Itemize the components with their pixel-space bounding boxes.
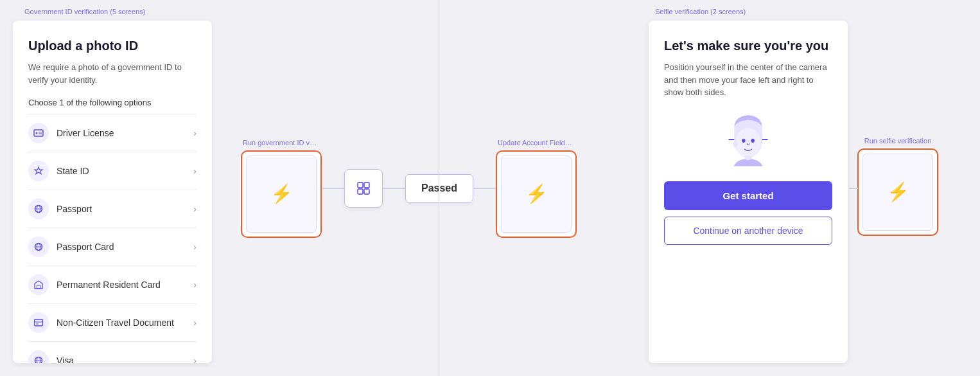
selfie-node-label: Run selfie verification	[864, 136, 932, 144]
doc-icon-visa	[28, 350, 49, 363]
doc-name-non-citizen: Non-Citizen Travel Document	[57, 318, 193, 328]
doc-item-non-citizen[interactable]: Non-Citizen Travel Document ›	[28, 304, 197, 342]
update-account-node-wrapper: Update Account Fields fr... ⚡	[496, 139, 577, 238]
get-started-button[interactable]: Get started	[664, 181, 832, 210]
svg-point-23	[742, 138, 745, 142]
svg-rect-11	[35, 319, 43, 326]
connector-3	[473, 188, 496, 189]
doc-icon-perm-resident	[28, 274, 49, 295]
doc-icon-state-id	[28, 161, 49, 181]
chevron-perm-resident: ›	[193, 280, 197, 290]
svg-point-14	[35, 357, 42, 364]
connector-1	[322, 188, 344, 189]
chevron-passport: ›	[193, 204, 197, 214]
doc-name-visa: Visa	[57, 355, 193, 363]
vertical-divider	[439, 0, 439, 376]
doc-item-perm-resident[interactable]: Permanent Resident Card ›	[28, 266, 197, 304]
integration-node[interactable]	[344, 169, 383, 208]
continue-another-device-button[interactable]: Continue on another device	[664, 217, 832, 245]
chevron-visa: ›	[193, 355, 197, 363]
gov-section-label: Government ID verification (5 screens)	[24, 8, 145, 15]
selfie-panel: Let's make sure you're you Position your…	[649, 21, 848, 363]
doc-item-passport-card[interactable]: Passport Card ›	[28, 228, 197, 266]
chevron-driver-license: ›	[193, 128, 197, 138]
doc-list: Driver License › State ID › Passport ›	[28, 114, 197, 363]
svg-rect-0	[34, 130, 43, 136]
svg-rect-18	[364, 183, 369, 188]
selfie-connector	[849, 188, 858, 189]
svg-point-15	[37, 357, 40, 364]
doc-item-driver-license[interactable]: Driver License ›	[28, 114, 197, 152]
selfie-node-area: Run selfie verification ⚡	[857, 136, 938, 235]
doc-panel-title: Upload a photo ID	[28, 39, 197, 53]
doc-item-visa[interactable]: Visa ›	[28, 342, 197, 363]
update-account-node-inner: ⚡	[501, 156, 572, 233]
doc-name-driver-license: Driver License	[57, 128, 193, 138]
integration-icon	[356, 181, 371, 196]
doc-icon-non-citizen	[28, 312, 49, 333]
chevron-non-citizen: ›	[193, 318, 197, 328]
svg-point-22	[735, 128, 761, 158]
svg-rect-10	[37, 285, 40, 289]
passed-badge: Passed	[405, 174, 473, 202]
connector-2	[383, 188, 405, 189]
svg-point-24	[751, 138, 755, 142]
doc-name-state-id: State ID	[57, 166, 193, 176]
svg-rect-17	[358, 183, 363, 188]
doc-name-perm-resident: Permanent Resident Card	[57, 280, 193, 290]
doc-name-passport: Passport	[57, 204, 193, 214]
svg-point-1	[36, 132, 38, 134]
chevron-state-id: ›	[193, 166, 197, 176]
selfie-node[interactable]: ⚡	[857, 148, 938, 235]
doc-item-passport[interactable]: Passport ›	[28, 190, 197, 228]
doc-item-state-id[interactable]: State ID ›	[28, 152, 197, 190]
choose-label: Choose 1 of the following options	[28, 98, 197, 107]
svg-rect-20	[364, 189, 369, 194]
bolt-icon-selfie: ⚡	[887, 181, 909, 202]
update-account-node-label: Update Account Fields fr...	[498, 139, 575, 147]
chevron-passport-card: ›	[193, 242, 197, 252]
svg-point-25	[733, 140, 738, 147]
doc-icon-passport-card	[28, 237, 49, 257]
selfie-panel-title: Let's make sure you're you	[664, 39, 832, 53]
update-account-node[interactable]: ⚡	[496, 150, 577, 238]
doc-panel-description: We require a photo of a government ID to…	[28, 61, 197, 86]
svg-rect-19	[358, 189, 363, 194]
gov-id-node-label: Run government ID verifi...	[243, 139, 320, 147]
gov-id-node-inner: ⚡	[246, 156, 317, 233]
doc-icon-driver-license	[28, 123, 49, 143]
gov-id-node[interactable]: ⚡	[241, 150, 322, 238]
gov-id-node-wrapper: Run government ID verifi... ⚡	[241, 139, 322, 238]
doc-name-passport-card: Passport Card	[57, 242, 193, 252]
selfie-illustration	[664, 111, 832, 168]
doc-panel: Upload a photo ID We require a photo of …	[13, 21, 212, 363]
doc-icon-passport	[28, 199, 49, 219]
face-svg	[719, 111, 777, 168]
selfie-node-inner: ⚡	[862, 153, 933, 230]
bolt-icon-2: ⚡	[525, 183, 548, 204]
selfie-panel-description: Position yourself in the center of the c…	[664, 61, 832, 99]
bolt-icon-1: ⚡	[270, 183, 293, 204]
